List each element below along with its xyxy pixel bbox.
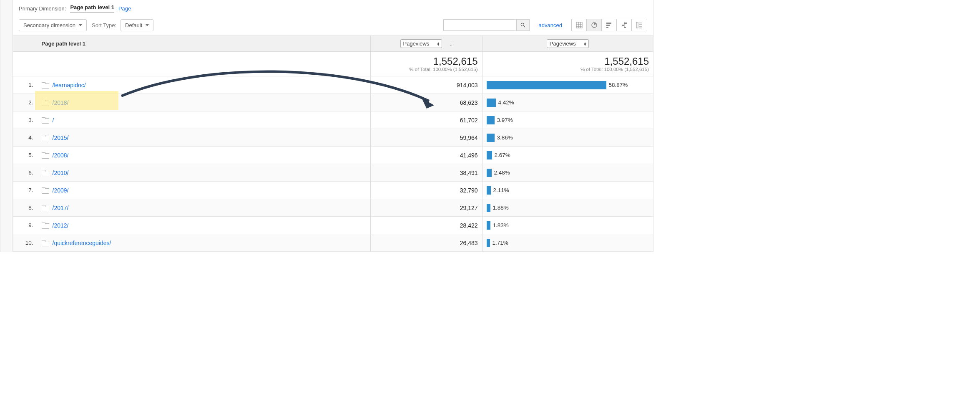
folder-icon bbox=[42, 117, 48, 123]
bar-cell: 3.86% bbox=[482, 129, 653, 147]
folder-icon bbox=[42, 152, 48, 158]
sort-descending-icon[interactable]: ↓ bbox=[450, 40, 452, 47]
svg-rect-15 bbox=[636, 22, 638, 28]
row-index: 7. bbox=[13, 182, 38, 199]
pie-icon bbox=[591, 22, 598, 28]
comparison-icon bbox=[621, 22, 628, 28]
table-row: 4./2015/59,9643.86% bbox=[13, 129, 653, 147]
bar-cell: 3.97% bbox=[482, 111, 653, 129]
column-path-header[interactable]: Page path level 1 bbox=[42, 40, 86, 47]
row-index: 6. bbox=[13, 164, 38, 182]
folder-icon bbox=[42, 100, 48, 105]
pageviews-value: 29,127 bbox=[370, 199, 482, 217]
percentage-bar bbox=[487, 116, 495, 124]
table-row: 2./2018/68,6234.42% bbox=[13, 94, 653, 111]
secondary-dimension-label: Secondary dimension bbox=[23, 22, 75, 28]
view-toggle-group bbox=[571, 19, 647, 31]
sort-type-dropdown[interactable]: Default bbox=[121, 19, 153, 31]
folder-icon bbox=[42, 240, 48, 245]
bar-cell: 2.48% bbox=[482, 164, 653, 182]
pageviews-value: 32,790 bbox=[370, 182, 482, 199]
secondary-dimension-dropdown[interactable]: Secondary dimension bbox=[19, 19, 87, 31]
svg-rect-12 bbox=[624, 23, 627, 24]
bar-cell: 4.42% bbox=[482, 94, 653, 111]
svg-rect-8 bbox=[606, 23, 611, 24]
path-cell: /2008/ bbox=[38, 147, 371, 164]
table-row: 3./61,7023.97% bbox=[13, 111, 653, 129]
bars-icon bbox=[606, 22, 613, 28]
primary-dimension-row: Primary Dimension: Page path level 1 Pag… bbox=[13, 0, 653, 15]
percentage-bar bbox=[487, 134, 495, 142]
path-cell: /quickreferenceguides/ bbox=[38, 234, 371, 252]
folder-icon bbox=[42, 135, 48, 140]
percentage-bar bbox=[487, 239, 490, 247]
pageviews-value: 61,702 bbox=[370, 111, 482, 129]
pageviews-value: 68,623 bbox=[370, 94, 482, 111]
path-link[interactable]: /learnapidoc/ bbox=[53, 82, 86, 89]
svg-rect-14 bbox=[624, 27, 626, 28]
toolbar: Secondary dimension Sort Type: Default a… bbox=[13, 15, 653, 35]
path-link[interactable]: /2008/ bbox=[53, 152, 69, 159]
primary-dimension-active[interactable]: Page path level 1 bbox=[70, 4, 114, 13]
advanced-link[interactable]: advanced bbox=[539, 22, 562, 28]
pageviews-value: 26,483 bbox=[370, 234, 482, 252]
path-link[interactable]: /2009/ bbox=[53, 187, 69, 194]
percentage-bar bbox=[487, 186, 491, 195]
svg-rect-13 bbox=[622, 25, 624, 26]
bar-cell: 58.87% bbox=[482, 76, 653, 94]
path-cell: /2015/ bbox=[38, 129, 371, 147]
view-performance-button[interactable] bbox=[602, 19, 617, 31]
svg-line-1 bbox=[523, 26, 525, 28]
path-cell: / bbox=[38, 111, 371, 129]
search-icon bbox=[520, 22, 526, 28]
primary-dimension-label: Primary Dimension: bbox=[19, 5, 66, 12]
bar-cell: 2.67% bbox=[482, 147, 653, 164]
percentage-label: 1.88% bbox=[493, 205, 509, 211]
total-pageviews-sub: % of Total: 100.00% (1,552,615) bbox=[375, 67, 478, 72]
folder-icon bbox=[42, 187, 48, 193]
path-link[interactable]: /2018/ bbox=[53, 99, 69, 106]
percentage-bar bbox=[487, 221, 490, 230]
view-table-button[interactable] bbox=[572, 19, 587, 31]
path-cell: /2012/ bbox=[38, 217, 371, 234]
sort-type-value: Default bbox=[125, 22, 142, 28]
path-link[interactable]: /2012/ bbox=[53, 222, 69, 229]
row-index: 1. bbox=[13, 76, 38, 94]
path-cell: /learnapidoc/ bbox=[38, 76, 371, 94]
pageviews-value: 28,422 bbox=[370, 217, 482, 234]
percentage-label: 4.42% bbox=[498, 99, 514, 106]
view-percentage-button[interactable] bbox=[587, 19, 602, 31]
table-row: 7./2009/32,7902.11% bbox=[13, 182, 653, 199]
svg-point-0 bbox=[521, 23, 524, 26]
pageviews-bar-metric-select[interactable]: Pageviews ▴▾ bbox=[547, 39, 589, 48]
pageviews-value: 914,003 bbox=[370, 76, 482, 94]
row-index: 10. bbox=[13, 234, 38, 252]
row-index: 4. bbox=[13, 129, 38, 147]
search-input[interactable] bbox=[443, 19, 516, 31]
percentage-label: 3.86% bbox=[497, 134, 513, 141]
primary-dimension-page[interactable]: Page bbox=[118, 5, 131, 12]
view-comparison-button[interactable] bbox=[617, 19, 632, 31]
sort-updown-icon: ▴▾ bbox=[437, 42, 439, 46]
row-index: 5. bbox=[13, 147, 38, 164]
svg-rect-10 bbox=[606, 27, 608, 28]
path-link[interactable]: /quickreferenceguides/ bbox=[53, 240, 111, 246]
percentage-bar bbox=[487, 81, 606, 89]
table-icon bbox=[576, 22, 583, 28]
report-table: Page path level 1 Pageviews ▴▾ ↓ Pagevie… bbox=[13, 35, 653, 252]
path-link[interactable]: /2017/ bbox=[53, 205, 69, 211]
percentage-bar bbox=[487, 151, 492, 159]
search-wrap bbox=[443, 19, 530, 31]
bar-cell: 1.83% bbox=[482, 217, 653, 234]
percentage-bar bbox=[487, 169, 492, 177]
search-button[interactable] bbox=[516, 19, 530, 31]
percentage-label: 3.97% bbox=[497, 117, 513, 123]
view-pivot-button[interactable] bbox=[632, 19, 647, 31]
pageviews-metric-select[interactable]: Pageviews ▴▾ bbox=[400, 39, 442, 48]
percentage-bar bbox=[487, 204, 490, 212]
table-row: 9./2012/28,4221.83% bbox=[13, 217, 653, 234]
path-cell: /2009/ bbox=[38, 182, 371, 199]
path-link[interactable]: /2015/ bbox=[53, 134, 69, 141]
path-link[interactable]: /2010/ bbox=[53, 170, 69, 176]
path-link[interactable]: / bbox=[53, 117, 54, 124]
